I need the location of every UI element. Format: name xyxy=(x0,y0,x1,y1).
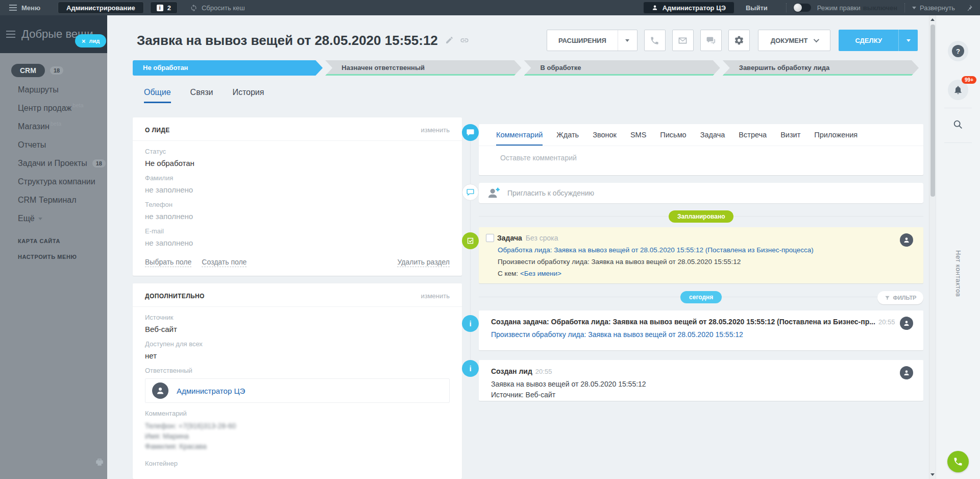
search-icon xyxy=(952,119,964,130)
chat-button[interactable] xyxy=(700,30,722,51)
topbar: Меню Администрирование i 2 Сбросить кеш … xyxy=(0,0,980,15)
field-responsible: Ответственный xyxy=(145,367,450,374)
comment-blurred-line: Телефон: +7(916)313-28-60 xyxy=(145,421,450,431)
sidebar-menu-icon[interactable] xyxy=(6,31,15,38)
top-menu-label[interactable]: Меню xyxy=(21,4,40,12)
stage-not-processed[interactable]: Не обработан xyxy=(133,60,323,76)
chevron-down-icon xyxy=(38,218,42,220)
mail-icon xyxy=(678,36,688,45)
tab-letter[interactable]: Письмо xyxy=(660,131,686,146)
info-icon: i xyxy=(157,5,163,11)
entry-link[interactable]: Произвести обработку лида: Заявка на выв… xyxy=(491,330,895,339)
stage-assigned[interactable]: Назначен ответственный xyxy=(325,60,521,76)
edit-section-link[interactable]: изменить xyxy=(421,292,450,300)
call-widget-button[interactable] xyxy=(947,451,969,472)
task-checkbox[interactable] xyxy=(486,234,494,242)
today-badge: сегодня xyxy=(680,291,722,303)
print-icon[interactable] xyxy=(95,458,104,469)
select-field-link[interactable]: Выбрать поле xyxy=(145,258,191,267)
topbar-right: Администратор ЦЭ Выйти Режим правкивыклю… xyxy=(643,2,973,14)
task-title-link[interactable]: Обработка лида: Заявка на вывоз вещей от… xyxy=(498,246,913,254)
notifications-button[interactable]: 99+ xyxy=(948,80,968,100)
help-button[interactable]: ? xyxy=(948,41,968,61)
field-available-for-all: Доступен для всех нет xyxy=(145,340,450,360)
avatar[interactable] xyxy=(900,317,913,330)
search-button[interactable] xyxy=(948,114,968,135)
sidebar-item-crm[interactable]: CRM 18 xyxy=(11,60,107,81)
deal-dropdown[interactable] xyxy=(898,30,918,51)
logout-link[interactable]: Выйти xyxy=(746,4,768,12)
avatar[interactable] xyxy=(900,233,913,247)
sidebar-item-reports[interactable]: Отчеты xyxy=(11,136,107,154)
planned-badge: Запланировано xyxy=(669,210,734,223)
sitemap-link[interactable]: КАРТА САЙТА xyxy=(18,238,107,254)
tab-wait[interactable]: Ждать xyxy=(556,131,579,146)
sidebar-item-shop[interactable]: Магазинbeta xyxy=(11,117,107,136)
delete-section-link[interactable]: Удалить раздел xyxy=(397,258,450,267)
extensions-button[interactable]: РАСШИРЕНИЯ xyxy=(547,30,638,51)
tab-relations[interactable]: Связи xyxy=(190,88,213,103)
sidebar-item-company-structure[interactable]: Структура компании xyxy=(11,173,107,191)
edit-mode-toggle[interactable] xyxy=(794,4,811,12)
filter-button[interactable]: ФИЛЬТР xyxy=(877,291,924,304)
tab-visit[interactable]: Визит xyxy=(780,131,800,146)
clear-cache-button[interactable]: Сбросить кеш xyxy=(190,4,245,12)
settings-button[interactable] xyxy=(728,30,750,51)
section-title: О ЛИДЕ xyxy=(145,127,170,134)
scroll-up-arrow[interactable] xyxy=(930,18,935,21)
task-stream-icon xyxy=(462,232,479,249)
tab-call[interactable]: Звонок xyxy=(593,131,617,146)
topbar-left: Меню Администрирование i 2 Сбросить кеш xyxy=(9,2,245,14)
comment-input[interactable]: Оставьте комментарий xyxy=(500,154,923,162)
sidebar-item-crm-terminal[interactable]: CRM Терминал xyxy=(11,191,107,209)
responsible-user[interactable]: Администратор ЦЭ xyxy=(145,378,450,403)
stage-finish[interactable]: Завершить обработку лида xyxy=(723,60,919,76)
edit-title-icon[interactable] xyxy=(445,36,454,45)
question-icon: ? xyxy=(952,45,964,57)
task-with-link[interactable]: <Без имени> xyxy=(520,270,561,277)
configure-menu-link[interactable]: НАСТРОИТЬ МЕНЮ xyxy=(18,254,107,270)
info-count: 2 xyxy=(167,4,171,12)
entry-text: Источник: Веб-сайт xyxy=(491,391,895,399)
tab-task[interactable]: Задача xyxy=(700,131,725,146)
tab-history[interactable]: История xyxy=(232,88,264,103)
top-menu-icon[interactable] xyxy=(9,5,17,11)
today-separator: сегодня ФИЛЬТР xyxy=(479,291,923,304)
responsible-name-link[interactable]: Администратор ЦЭ xyxy=(177,387,245,395)
vertical-scrollbar[interactable] xyxy=(929,15,936,479)
tab-comment[interactable]: Комментарий xyxy=(496,131,543,146)
tab-sms[interactable]: SMS xyxy=(630,131,646,146)
sidebar-item-more[interactable]: Ещё xyxy=(11,209,107,228)
document-button[interactable]: ДОКУМЕНТ xyxy=(758,30,831,51)
current-user-button[interactable]: Администратор ЦЭ xyxy=(643,2,734,14)
tab-apps[interactable]: Приложения xyxy=(814,131,857,146)
chevron-down-icon xyxy=(625,39,629,42)
edit-section-link[interactable]: изменить xyxy=(421,126,450,134)
funnel-icon xyxy=(885,295,890,301)
expand-button[interactable]: Развернуть xyxy=(912,4,955,12)
sidebar-item-tasks[interactable]: Задачи и Проекты18 xyxy=(11,154,107,173)
sidebar-item-sales-center[interactable]: Центр продажbeta xyxy=(11,99,107,117)
tab-general[interactable]: Общие xyxy=(144,88,171,103)
call-button[interactable] xyxy=(644,30,666,51)
scroll-down-arrow[interactable] xyxy=(930,473,935,476)
scrollbar-thumb[interactable] xyxy=(930,25,935,197)
copy-link-icon[interactable] xyxy=(460,36,469,45)
sidebar-item-routes[interactable]: Маршруты xyxy=(11,81,107,99)
close-icon[interactable]: × xyxy=(82,37,86,45)
new-comment-card: Комментарий Ждать Звонок SMS Письмо Зада… xyxy=(479,124,923,175)
create-deal-button[interactable]: СДЕЛКУ xyxy=(839,30,918,51)
no-contacts-label: Нет контактов xyxy=(954,250,962,297)
tab-meeting[interactable]: Встреча xyxy=(739,131,767,146)
extensions-dropdown[interactable] xyxy=(618,30,637,51)
create-field-link[interactable]: Создать поле xyxy=(202,258,247,267)
administration-button[interactable]: Администрирование xyxy=(58,2,144,14)
avatar[interactable] xyxy=(900,366,913,379)
pin-icon[interactable] xyxy=(965,4,973,12)
info-counter-button[interactable]: i 2 xyxy=(150,2,178,14)
lead-stage-bar: Не обработан Назначен ответственный В об… xyxy=(133,60,919,76)
invite-to-discussion[interactable]: Пригласить к обсуждению xyxy=(479,183,923,203)
stage-in-progress[interactable]: В обработке xyxy=(524,60,720,76)
lead-slider-tab[interactable]: × лид xyxy=(75,34,106,47)
email-button[interactable] xyxy=(672,30,694,51)
